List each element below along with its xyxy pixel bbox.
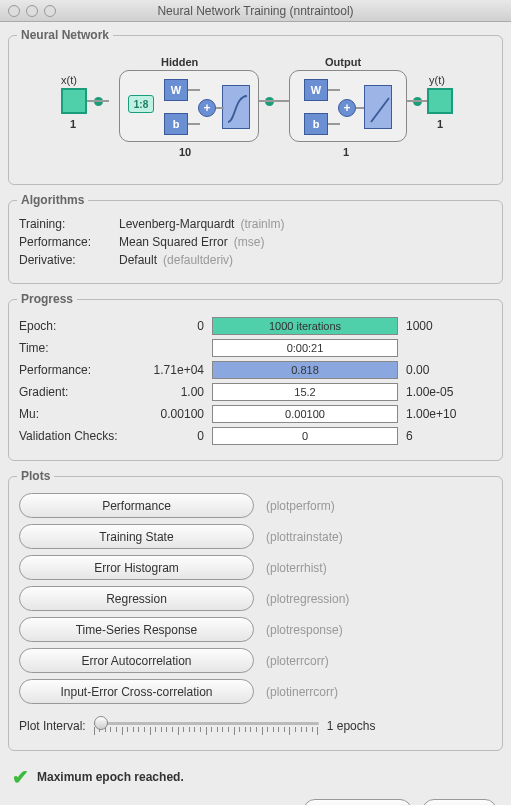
progress-start: 0.00100 bbox=[147, 407, 212, 421]
section-title: Neural Network bbox=[17, 28, 113, 42]
plot-button[interactable]: Performance bbox=[19, 493, 254, 518]
progress-start: 1.71e+04 bbox=[147, 363, 212, 377]
input-dim: 1 bbox=[70, 118, 76, 130]
progress-bar: 0.00100 bbox=[212, 405, 398, 423]
progress-start: 0 bbox=[147, 319, 212, 333]
progress-row: Performance:1.71e+040.8180.00 bbox=[19, 360, 492, 380]
progress-end: 1.00e+10 bbox=[398, 407, 470, 421]
sum-node: + bbox=[338, 99, 356, 117]
plot-row: Performance(plotperform) bbox=[19, 493, 492, 518]
plot-hint: (plotinerrcorr) bbox=[266, 685, 338, 699]
window-titlebar: Neural Network Training (nntraintool) bbox=[0, 0, 511, 22]
weights-block: W bbox=[164, 79, 188, 101]
output-label: Output bbox=[325, 56, 361, 68]
algorithm-value: Levenberg-Marquardt bbox=[119, 217, 234, 231]
algorithm-value: Default bbox=[119, 253, 157, 267]
plot-button[interactable]: Training State bbox=[19, 524, 254, 549]
input-block bbox=[61, 88, 87, 114]
algorithm-label: Performance: bbox=[19, 235, 119, 249]
progress-start: 1.00 bbox=[147, 385, 212, 399]
out-dim: 1 bbox=[437, 118, 443, 130]
algorithm-row: Training: Levenberg-Marquardt (trainlm) bbox=[19, 217, 492, 231]
plot-hint: (ploterrcorr) bbox=[266, 654, 329, 668]
window-title: Neural Network Training (nntraintool) bbox=[0, 4, 511, 18]
algorithm-label: Derivative: bbox=[19, 253, 119, 267]
progress-end: 1.00e-05 bbox=[398, 385, 470, 399]
diagram-connector bbox=[94, 97, 103, 106]
progress-bar-text: 0:00:21 bbox=[287, 342, 324, 354]
progress-end: 1000 bbox=[398, 319, 470, 333]
section-title: Algorithms bbox=[17, 193, 88, 207]
progress-bar: 1000 iterations bbox=[212, 317, 398, 335]
section-progress: Progress Epoch:01000 iterations1000Time:… bbox=[8, 292, 503, 461]
out-label: y(t) bbox=[429, 74, 445, 86]
progress-label: Validation Checks: bbox=[19, 429, 147, 443]
status-text: Maximum epoch reached. bbox=[37, 770, 184, 784]
cancel-button[interactable]: Cancel bbox=[422, 799, 497, 805]
progress-bar-text: 0.00100 bbox=[285, 408, 325, 420]
algorithm-row: Derivative: Default (defaultderiv) bbox=[19, 253, 492, 267]
algorithm-hint: (mse) bbox=[234, 235, 265, 249]
progress-bar: 0.818 bbox=[212, 361, 398, 379]
plot-hint: (plotregression) bbox=[266, 592, 349, 606]
progress-bar-text: 0.818 bbox=[291, 364, 319, 376]
progress-end: 0.00 bbox=[398, 363, 470, 377]
plot-row: Training State(plottrainstate) bbox=[19, 524, 492, 549]
section-title: Progress bbox=[17, 292, 77, 306]
plot-button[interactable]: Regression bbox=[19, 586, 254, 611]
output-count: 1 bbox=[343, 146, 349, 158]
progress-bar-text: 0 bbox=[302, 430, 308, 442]
section-neural-network: Neural Network x(t) 1 Hidden 1:8 W b + 1… bbox=[8, 28, 503, 185]
purelin-tf bbox=[364, 85, 392, 129]
progress-bar: 0 bbox=[212, 427, 398, 445]
stop-training-button[interactable]: Stop Training bbox=[303, 799, 412, 805]
tansig-tf bbox=[222, 85, 250, 129]
delay-block: 1:8 bbox=[128, 95, 154, 113]
hidden-label: Hidden bbox=[161, 56, 198, 68]
plot-row: Time-Series Response(plotresponse) bbox=[19, 617, 492, 642]
bias-block: b bbox=[164, 113, 188, 135]
output-block bbox=[427, 88, 453, 114]
plot-hint: (plotperform) bbox=[266, 499, 335, 513]
plot-row: Regression(plotregression) bbox=[19, 586, 492, 611]
progress-label: Performance: bbox=[19, 363, 147, 377]
check-icon: ✔ bbox=[12, 765, 29, 789]
plot-row: Error Autocorrelation(ploterrcorr) bbox=[19, 648, 492, 673]
progress-label: Time: bbox=[19, 341, 147, 355]
algorithm-value: Mean Squared Error bbox=[119, 235, 228, 249]
svg-line-0 bbox=[371, 98, 389, 122]
input-label: x(t) bbox=[61, 74, 77, 86]
plot-hint: (plottrainstate) bbox=[266, 530, 343, 544]
plot-button[interactable]: Input-Error Cross-correlation bbox=[19, 679, 254, 704]
plot-interval-value: 1 epochs bbox=[327, 719, 376, 733]
progress-bar-text: 15.2 bbox=[294, 386, 315, 398]
hidden-count: 10 bbox=[179, 146, 191, 158]
progress-row: Gradient:1.0015.21.00e-05 bbox=[19, 382, 492, 402]
plot-interval-slider[interactable] bbox=[94, 714, 319, 738]
sum-node: + bbox=[198, 99, 216, 117]
network-diagram: x(t) 1 Hidden 1:8 W b + 10 Output W b + bbox=[19, 52, 492, 172]
section-title: Plots bbox=[17, 469, 54, 483]
hidden-layer: 1:8 W b + bbox=[119, 70, 259, 142]
algorithm-label: Training: bbox=[19, 217, 119, 231]
progress-bar: 15.2 bbox=[212, 383, 398, 401]
diagram-connector bbox=[265, 97, 274, 106]
output-layer: W b + bbox=[289, 70, 407, 142]
weights-block: W bbox=[304, 79, 328, 101]
plot-hint: (ploterrhist) bbox=[266, 561, 327, 575]
plot-button[interactable]: Error Autocorrelation bbox=[19, 648, 254, 673]
progress-bar-text: 1000 iterations bbox=[269, 320, 341, 332]
plot-row: Error Histogram(ploterrhist) bbox=[19, 555, 492, 580]
plot-row: Input-Error Cross-correlation(plotinerrc… bbox=[19, 679, 492, 704]
section-plots: Plots Performance(plotperform)Training S… bbox=[8, 469, 503, 751]
algorithm-hint: (trainlm) bbox=[240, 217, 284, 231]
progress-row: Time:0:00:21 bbox=[19, 338, 492, 358]
algorithm-row: Performance: Mean Squared Error (mse) bbox=[19, 235, 492, 249]
algorithm-hint: (defaultderiv) bbox=[163, 253, 233, 267]
plot-button[interactable]: Error Histogram bbox=[19, 555, 254, 580]
progress-label: Gradient: bbox=[19, 385, 147, 399]
progress-row: Mu:0.001000.001001.00e+10 bbox=[19, 404, 492, 424]
plot-button[interactable]: Time-Series Response bbox=[19, 617, 254, 642]
plot-interval-label: Plot Interval: bbox=[19, 719, 86, 733]
status-row: ✔ Maximum epoch reached. bbox=[8, 759, 503, 799]
